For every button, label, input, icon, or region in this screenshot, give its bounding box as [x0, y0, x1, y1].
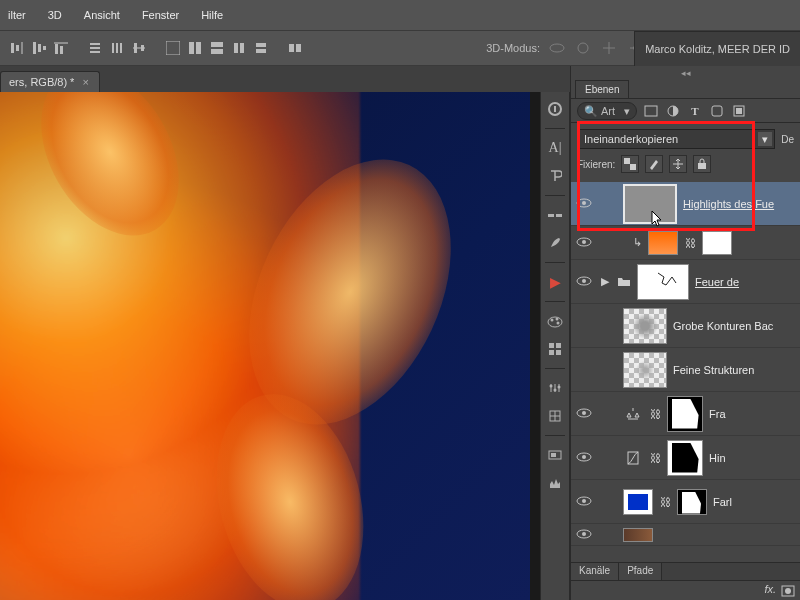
layer-panel-footer: fx. [571, 580, 800, 600]
lock-position-icon[interactable] [669, 155, 687, 173]
navigator-panel-icon[interactable] [544, 444, 566, 466]
layer-thumbnail[interactable] [637, 264, 689, 300]
visibility-icon[interactable] [575, 407, 593, 421]
layer-thumbnail[interactable] [623, 528, 653, 542]
menu-3d[interactable]: 3D [48, 9, 62, 21]
paragraph-panel-icon[interactable] [544, 165, 566, 187]
layer-mask-thumbnail[interactable] [702, 231, 732, 255]
layer-row[interactable] [571, 524, 800, 546]
layer-row[interactable]: ⛓ Farl [571, 480, 800, 524]
histogram-panel-icon[interactable] [544, 472, 566, 494]
distribute-icon[interactable] [252, 39, 270, 57]
layer-row[interactable]: Feine Strukturen [571, 348, 800, 392]
character-panel-icon[interactable]: A| [544, 137, 566, 159]
layer-name[interactable]: Grobe Konturen Bac [673, 320, 796, 332]
visibility-icon[interactable] [575, 451, 593, 465]
filter-type-icon[interactable]: T [687, 103, 703, 119]
distribute-icon[interactable] [230, 39, 248, 57]
layer-name[interactable]: Feuer de [695, 276, 796, 288]
layer-mask-thumbnail[interactable] [667, 396, 703, 432]
filter-shape-icon[interactable] [709, 103, 725, 119]
distribute-icon[interactable] [208, 39, 226, 57]
workspace-button[interactable]: Marco Kolditz, MEER DER ID [634, 31, 800, 67]
menu-hilfe[interactable]: Hilfe [201, 9, 223, 21]
properties-panel-icon[interactable] [544, 98, 566, 120]
menu-filter[interactable]: ilter [8, 9, 26, 21]
tab-kanaele[interactable]: Kanäle [571, 563, 619, 580]
layer-row[interactable]: ⛓ Hin [571, 436, 800, 480]
expand-icon[interactable]: ▶ [599, 275, 611, 288]
layer-mask-thumbnail[interactable] [667, 440, 703, 476]
distribute-icon[interactable] [130, 39, 148, 57]
layer-name[interactable]: Highlights des Fue [683, 198, 796, 210]
layer-name[interactable]: Hin [709, 452, 796, 464]
link-icon[interactable]: ⛓ [659, 496, 671, 508]
align-icon[interactable] [30, 39, 48, 57]
filter-smart-icon[interactable] [731, 103, 747, 119]
link-icon[interactable]: ⛓ [649, 408, 661, 420]
styles-panel-icon[interactable] [544, 405, 566, 427]
distribute-icon[interactable] [186, 39, 204, 57]
layer-name[interactable]: Feine Strukturen [673, 364, 796, 376]
layer-thumbnail[interactable] [623, 308, 667, 344]
svg-rect-8 [54, 42, 68, 44]
orbit-3d-icon[interactable] [548, 39, 566, 57]
visibility-icon[interactable] [575, 236, 593, 250]
layer-name[interactable]: Fra [709, 408, 796, 420]
filter-pixel-icon[interactable] [643, 103, 659, 119]
visibility-icon[interactable] [575, 197, 593, 211]
distribute-icon[interactable] [86, 39, 104, 57]
layer-thumbnail[interactable] [623, 352, 667, 388]
distribute-icon[interactable] [108, 39, 126, 57]
color-panel-icon[interactable] [544, 310, 566, 332]
blend-mode-select[interactable]: Ineinanderkopieren ▾ [577, 129, 775, 149]
lock-transparency-icon[interactable] [621, 155, 639, 173]
layer-row[interactable]: ↳ ⛓ [571, 226, 800, 260]
brushpresets-panel-icon[interactable] [544, 232, 566, 254]
lock-pixels-icon[interactable] [645, 155, 663, 173]
layer-row[interactable]: Grobe Konturen Bac [571, 304, 800, 348]
distribute-icon[interactable] [164, 39, 182, 57]
layer-thumbnail[interactable] [623, 184, 677, 224]
filter-adjust-icon[interactable] [665, 103, 681, 119]
visibility-icon[interactable] [575, 528, 593, 542]
pan-3d-icon[interactable] [600, 39, 618, 57]
svg-point-29 [550, 44, 564, 52]
layer-group-row[interactable]: ▶ Feuer de [571, 260, 800, 304]
close-icon[interactable]: × [82, 76, 88, 88]
work-area [0, 92, 570, 600]
svg-point-60 [582, 201, 586, 205]
canvas[interactable] [0, 92, 530, 600]
layer-row[interactable]: ⛓ Fra [571, 392, 800, 436]
menu-fenster[interactable]: Fenster [142, 9, 179, 21]
align-icon[interactable] [8, 39, 26, 57]
layer-mask-thumbnail[interactable] [677, 489, 707, 515]
layer-row[interactable]: Highlights des Fue [571, 182, 800, 226]
roll-3d-icon[interactable] [574, 39, 592, 57]
lock-all-icon[interactable] [693, 155, 711, 173]
layer-thumbnail[interactable] [648, 231, 678, 255]
document-tab[interactable]: ers, RGB/8) * × [0, 71, 100, 92]
layer-filter-type[interactable]: 🔍 Art ▾ [577, 102, 637, 120]
svg-rect-28 [296, 44, 301, 52]
auto-align-icon[interactable] [286, 39, 304, 57]
add-mask-icon[interactable] [780, 583, 796, 599]
brush-panel-icon[interactable] [544, 204, 566, 226]
tab-pfade[interactable]: Pfade [619, 563, 662, 580]
history-panel-icon[interactable]: ▶ [544, 271, 566, 293]
link-icon[interactable]: ⛓ [684, 237, 696, 249]
svg-rect-23 [234, 43, 238, 53]
fx-button[interactable]: fx. [764, 583, 776, 599]
visibility-icon[interactable] [575, 275, 593, 289]
visibility-icon[interactable] [575, 495, 593, 509]
layer-name[interactable]: Farl [713, 496, 796, 508]
align-icon[interactable] [52, 39, 70, 57]
layer-thumbnail[interactable] [623, 489, 653, 515]
swatches-panel-icon[interactable] [544, 338, 566, 360]
menu-ansicht[interactable]: Ansicht [84, 9, 120, 21]
svg-point-71 [582, 499, 586, 503]
adjustments-panel-icon[interactable] [544, 377, 566, 399]
link-icon[interactable]: ⛓ [649, 452, 661, 464]
tab-ebenen[interactable]: Ebenen [575, 80, 629, 98]
panel-collapse-icon[interactable]: ◂◂ [681, 68, 691, 78]
